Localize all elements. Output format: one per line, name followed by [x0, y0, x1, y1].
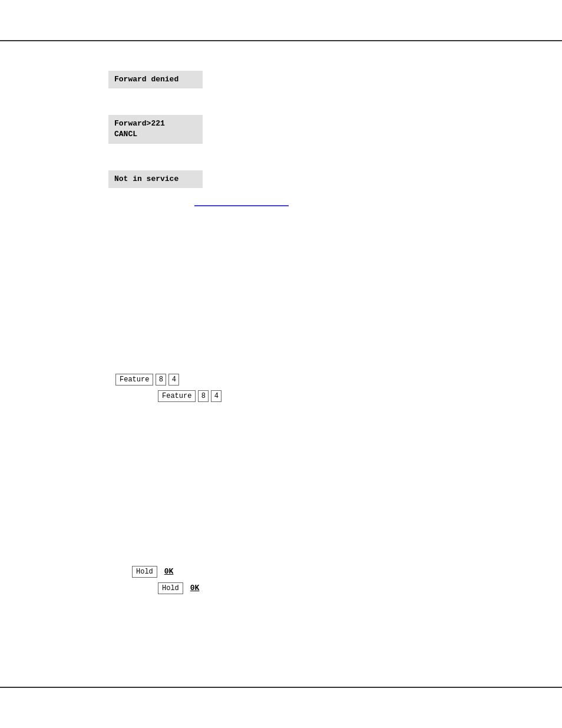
content-area: Forward denied Forward>221 CANCL Not in …: [0, 53, 562, 675]
digit-4-1[interactable]: 4: [168, 374, 179, 386]
not-in-service-box: Not in service: [108, 170, 203, 188]
hold-label-1: Hold: [136, 568, 153, 576]
bottom-border: [0, 687, 562, 688]
hold-input-1[interactable]: Hold: [132, 566, 157, 578]
digit-8-1[interactable]: 8: [156, 374, 166, 386]
blue-link-line[interactable]: [194, 200, 562, 209]
forward-221-section: Forward>221 CANCL: [108, 115, 562, 143]
forward-221-line1: Forward>221: [114, 119, 165, 128]
forward-221-line2: CANCL: [114, 130, 137, 139]
spacer-large-1: [0, 226, 562, 374]
digit-4-2[interactable]: 4: [211, 390, 222, 402]
feature-input-1[interactable]: Feature: [115, 374, 153, 386]
feature-label-2: Feature: [162, 392, 191, 400]
top-border: [0, 40, 562, 41]
feature-input-2[interactable]: Feature: [158, 390, 196, 402]
spacer-large-2: [0, 407, 562, 566]
feature-row-2: Feature 8 4: [158, 390, 562, 402]
hold-input-2[interactable]: Hold: [158, 582, 183, 594]
hold-label-2: Hold: [162, 584, 179, 592]
ok-link-2[interactable]: 0K: [190, 584, 200, 592]
ok-link-1[interactable]: 0K: [164, 567, 174, 576]
feature-label-1: Feature: [120, 375, 149, 384]
digit-8-2[interactable]: 8: [198, 390, 209, 402]
forward-denied-section: Forward denied: [108, 71, 562, 88]
forward-denied-box: Forward denied: [108, 71, 203, 88]
not-in-service-section: Not in service: [108, 170, 562, 188]
spacer-2: [0, 156, 562, 170]
hold-row-1: Hold 0K: [132, 566, 562, 578]
forward-221-box: Forward>221 CANCL: [108, 115, 203, 143]
spacer-1: [0, 100, 562, 115]
feature-row-1: Feature 8 4: [115, 374, 562, 386]
hold-row-2: Hold 0K: [158, 582, 562, 594]
